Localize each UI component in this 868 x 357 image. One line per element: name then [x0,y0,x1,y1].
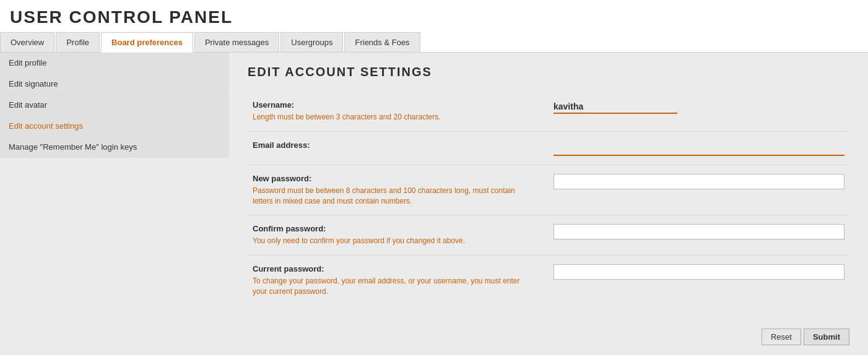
sidebar-item-manage-remember-me[interactable]: Manage "Remember Me" login keys [0,137,229,158]
username-value-cell: kavitha [549,92,849,131]
sidebar-item-edit-avatar[interactable]: Edit avatar [0,95,229,116]
current-password-row: Current password: To change your passwor… [248,256,849,306]
main-area: Edit profile Edit signature Edit avatar … [0,53,868,319]
new-password-input-cell [549,165,849,215]
username-label: Username: [253,100,536,110]
new-password-desc: Password must be between 8 characters an… [253,186,536,207]
current-password-label: Current password: [253,264,536,273]
tab-overview[interactable]: Overview [0,32,54,52]
email-input[interactable] [553,140,844,156]
current-password-desc: To change your password, your email addr… [253,276,536,297]
settings-form: Username: Length must be between 3 chara… [248,92,849,306]
tab-friends-foes[interactable]: Friends & Foes [344,32,420,52]
new-password-label: New password: [253,174,536,183]
new-password-row: New password: Password must be between 8… [248,165,849,215]
confirm-password-input-cell [549,215,849,256]
current-password-label-cell: Current password: To change your passwor… [248,256,549,306]
current-password-input[interactable] [553,264,844,280]
username-desc: Length must be between 3 characters and … [253,112,536,123]
confirm-password-row: Confirm password: You only need to confi… [248,215,849,256]
tab-usergroups[interactable]: Usergroups [280,32,343,52]
sidebar: Edit profile Edit signature Edit avatar … [0,53,229,319]
email-input-cell [549,131,849,165]
current-password-input-cell [549,256,849,306]
confirm-password-desc: You only need to confirm your password i… [253,236,536,246]
new-password-label-cell: New password: Password must be between 8… [248,165,549,215]
confirm-password-input[interactable] [553,224,844,239]
tab-private-messages[interactable]: Private messages [194,32,279,52]
sidebar-item-edit-profile[interactable]: Edit profile [0,53,229,74]
email-label-cell: Email address: [248,131,549,165]
tab-profile[interactable]: Profile [56,32,100,52]
reset-button[interactable]: Reset [762,329,801,345]
tabs-bar: Overview Profile Board preferences Priva… [0,32,868,53]
buttons-row: Reset Submit [0,319,868,355]
confirm-password-label: Confirm password: [253,224,536,233]
content-area: EDIT ACCOUNT SETTINGS Username: Length m… [229,53,868,319]
sidebar-item-edit-account-settings[interactable]: Edit account settings [0,116,229,137]
username-row: Username: Length must be between 3 chara… [248,92,849,131]
submit-button[interactable]: Submit [804,329,849,345]
username-value: kavitha [553,100,677,114]
username-label-cell: Username: Length must be between 3 chara… [248,92,549,131]
email-row: Email address: [248,131,849,165]
page-header: USER CONTROL PANEL [0,0,868,32]
new-password-input[interactable] [553,174,844,189]
page-title: USER CONTROL PANEL [10,7,858,27]
email-label: Email address: [253,140,536,150]
confirm-password-label-cell: Confirm password: You only need to confi… [248,215,549,256]
tab-board-preferences[interactable]: Board preferences [101,32,193,53]
section-title: EDIT ACCOUNT SETTINGS [248,65,849,79]
sidebar-item-edit-signature[interactable]: Edit signature [0,74,229,95]
